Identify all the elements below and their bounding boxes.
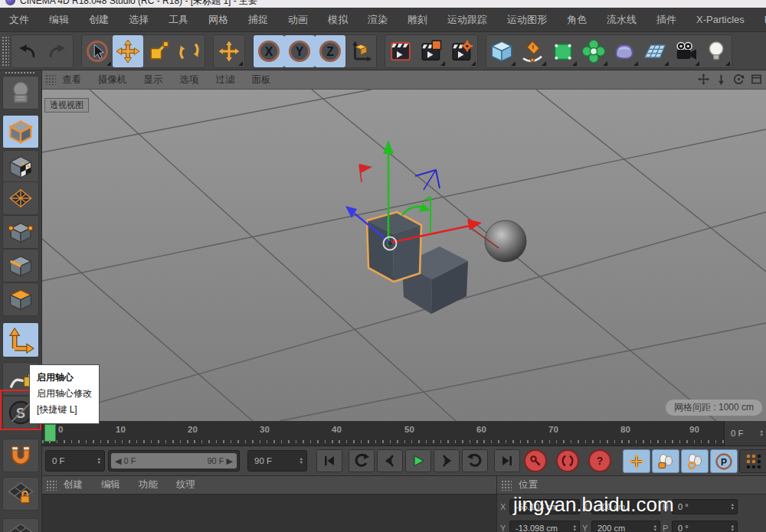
menu-edit[interactable]: 编辑 xyxy=(49,13,69,27)
selected-cube[interactable] xyxy=(367,212,421,282)
add-camera-button[interactable] xyxy=(670,35,701,67)
keyframe-selection-button[interactable]: ? xyxy=(588,449,611,472)
menu-character[interactable]: 角色 xyxy=(567,13,587,27)
timeline-playhead[interactable] xyxy=(44,424,56,442)
previous-key-button[interactable] xyxy=(349,449,375,472)
mat-menu-texture[interactable]: 纹理 xyxy=(176,478,195,491)
add-spline-pen-button[interactable] xyxy=(517,35,548,67)
menu-create[interactable]: 创建 xyxy=(89,13,109,27)
keying-selection-grid[interactable] xyxy=(739,449,766,473)
menu-motion-tracker[interactable]: 运动跟踪 xyxy=(447,13,487,27)
sphere-object[interactable] xyxy=(485,220,526,262)
coordinate-system-button[interactable] xyxy=(345,35,376,67)
autokey-button[interactable] xyxy=(556,449,579,472)
menu-mograph[interactable]: 运动图形 xyxy=(507,13,547,27)
menu-file[interactable]: 文件 xyxy=(9,13,29,27)
lock-workplane-button[interactable] xyxy=(2,477,39,511)
view-label[interactable]: 透视视图 xyxy=(44,98,89,113)
redo-button[interactable] xyxy=(42,35,73,67)
materials-grip[interactable] xyxy=(46,480,57,491)
y-axis-lock-button[interactable]: Y xyxy=(284,35,315,67)
texture-mode-button[interactable] xyxy=(2,150,39,184)
polygons-mode-button[interactable] xyxy=(2,282,39,316)
frame-stepper[interactable]: ▲▼ xyxy=(760,429,764,437)
key-position-toggle[interactable] xyxy=(623,449,650,473)
add-subdivision-surface-button[interactable] xyxy=(548,35,578,67)
next-frame-button[interactable] xyxy=(434,449,460,472)
next-key-button[interactable] xyxy=(462,449,488,472)
sidebar-grip[interactable] xyxy=(5,71,35,75)
viewport-canvas[interactable]: 透视视图 网格间距 : 1000 cm xyxy=(42,90,766,421)
size-y-stepper[interactable]: ▲▼ xyxy=(653,524,657,532)
rot-p-field[interactable]: 0 ° ▲▼ xyxy=(672,521,738,532)
workplane-tool-button[interactable] xyxy=(2,518,39,532)
add-environment-button[interactable] xyxy=(609,35,640,67)
rotate-tool[interactable] xyxy=(174,35,205,67)
move-tool[interactable] xyxy=(113,35,143,67)
menu-render[interactable]: 渲染 xyxy=(368,13,388,27)
viewport-rotate-icon[interactable] xyxy=(732,73,745,86)
previous-frame-button[interactable] xyxy=(377,449,403,472)
play-button[interactable] xyxy=(405,449,431,472)
edges-mode-button[interactable] xyxy=(2,249,39,282)
end-frame-field[interactable]: 90 F ▲▼ xyxy=(247,450,307,472)
end-frame-stepper[interactable]: ▲▼ xyxy=(300,457,303,465)
points-mode-button[interactable] xyxy=(2,215,39,249)
render-view-button[interactable] xyxy=(385,35,416,67)
render-to-picture-viewer-button[interactable] xyxy=(416,35,447,67)
current-frame-field[interactable]: 0 F ▲▼ xyxy=(45,450,105,472)
undo-button[interactable] xyxy=(11,35,42,67)
current-frame-display[interactable]: 0 F ▲▼ xyxy=(724,421,766,446)
viewport-toggle-icon[interactable] xyxy=(750,73,763,86)
go-to-start-button[interactable] xyxy=(316,449,342,472)
toolbar-grip[interactable] xyxy=(2,36,9,67)
z-axis-lock-button[interactable]: Z xyxy=(315,35,345,67)
vp-menu-filter[interactable]: 过滤 xyxy=(216,73,235,86)
vp-menu-options[interactable]: 选项 xyxy=(180,73,199,86)
add-deformer-button[interactable] xyxy=(578,35,609,67)
viewport-zoom-icon[interactable] xyxy=(715,73,728,86)
enable-axis-button[interactable] xyxy=(2,322,39,357)
add-cube-button[interactable] xyxy=(486,35,517,67)
menu-sculpt[interactable]: 雕刻 xyxy=(408,13,427,27)
menu-snap[interactable]: 捕捉 xyxy=(248,13,268,27)
viewport-grip[interactable] xyxy=(45,74,56,85)
size-y-field[interactable]: 200 cm ▲▼ xyxy=(591,521,660,532)
vp-menu-camera[interactable]: 摄像机 xyxy=(98,73,127,86)
coordinates-grip[interactable] xyxy=(501,480,512,491)
scale-tool[interactable] xyxy=(143,35,174,67)
menu-pipeline[interactable]: 流水线 xyxy=(607,13,637,27)
key-parameter-toggle[interactable]: P xyxy=(710,449,738,473)
go-to-end-button[interactable] xyxy=(494,449,520,472)
current-frame-stepper[interactable]: ▲▼ xyxy=(97,457,101,465)
viewport-pan-icon[interactable] xyxy=(697,73,710,86)
rot-h-stepper[interactable]: ▲▼ xyxy=(731,503,735,511)
add-light-button[interactable] xyxy=(701,35,732,67)
live-selection-tool[interactable] xyxy=(82,35,113,67)
rot-p-stepper[interactable]: ▲▼ xyxy=(731,524,735,532)
render-settings-button[interactable] xyxy=(447,35,477,67)
vp-menu-display[interactable]: 显示 xyxy=(144,73,163,86)
x-axis-lock-button[interactable]: X xyxy=(254,35,284,67)
make-editable-button[interactable] xyxy=(2,76,39,109)
menu-mesh[interactable]: 网格 xyxy=(208,13,228,27)
workplane-mode-button[interactable] xyxy=(2,181,39,215)
vp-menu-panel[interactable]: 面板 xyxy=(252,73,271,86)
record-keyframe-button[interactable] xyxy=(524,449,547,472)
mat-menu-function[interactable]: 功能 xyxy=(139,478,158,491)
frame-range-slider[interactable]: ◀ 0 F 90 F ▶ xyxy=(108,450,240,472)
vp-menu-view[interactable]: 查看 xyxy=(62,73,81,86)
key-scale-toggle[interactable] xyxy=(652,449,679,473)
enable-snap-button[interactable] xyxy=(2,439,39,472)
mat-menu-create[interactable]: 创建 xyxy=(64,478,83,491)
menu-simulate[interactable]: 模拟 xyxy=(328,13,348,27)
timeline-ruler[interactable]: 0 10 20 30 40 50 60 70 80 90 0 F ▲▼ xyxy=(42,421,766,446)
menu-tools[interactable]: 工具 xyxy=(169,13,188,27)
add-floor-button[interactable] xyxy=(640,35,670,67)
model-mode-button[interactable] xyxy=(2,115,39,149)
last-used-tool[interactable] xyxy=(214,35,244,67)
rot-h-field[interactable]: 0 ° ▲▼ xyxy=(672,499,738,514)
pos-y-field[interactable]: -13.098 cm ▲▼ xyxy=(509,521,580,532)
mat-menu-edit[interactable]: 编辑 xyxy=(101,478,120,491)
menu-select[interactable]: 选择 xyxy=(129,13,149,27)
